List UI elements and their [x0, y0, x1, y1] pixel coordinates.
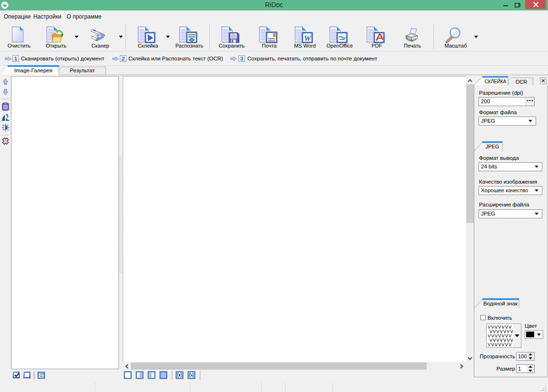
svg-text:Результат: Результат	[70, 68, 95, 73]
svg-text:OCR: OCR	[516, 79, 528, 85]
svg-text:W: W	[304, 34, 312, 43]
svg-text:СКЛЕЙКА: СКЛЕЙКА	[485, 78, 507, 84]
svg-text:Водяной знак: Водяной знак	[483, 301, 518, 306]
svg-text:Image-Галерея: Image-Галерея	[14, 68, 52, 73]
svg-text:JPEG: JPEG	[486, 144, 499, 149]
